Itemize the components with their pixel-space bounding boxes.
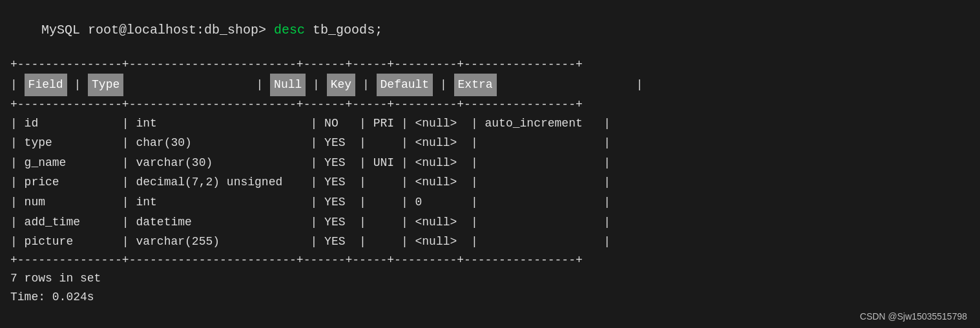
header-key: Key — [327, 74, 355, 96]
header-type: Type — [88, 74, 123, 96]
table-row: | price | decimal(7,2) unsigned | YES | … — [10, 172, 970, 192]
divider-top: +---------------+-----------------------… — [10, 56, 970, 74]
command-rest: tb_goods; — [305, 23, 382, 37]
prompt: MySQL root@localhost:db_shop> — [41, 23, 266, 37]
watermark: CSDN @Sjw15035515798 — [860, 311, 967, 322]
table-row: | g_name | varchar(30) | YES | UNI | <nu… — [10, 153, 970, 173]
table-row: | type | char(30) | YES | | <null> | | — [10, 133, 970, 153]
table-row: | num | int | YES | | 0 | | — [10, 192, 970, 212]
footer-rows: 7 rows in set — [10, 269, 970, 288]
command-line: MySQL root@localhost:db_shop> desc tb_go… — [10, 8, 970, 52]
footer-time: Time: 0.024s — [10, 288, 970, 307]
terminal-window: MySQL root@localhost:db_shop> desc tb_go… — [0, 0, 980, 328]
table-container: +---------------+-----------------------… — [10, 56, 970, 269]
header-default: Default — [377, 74, 433, 96]
data-rows: | id | int | NO | PRI | <null> | auto_in… — [10, 114, 970, 252]
header-field: Field — [25, 74, 67, 96]
table-row: | add_time | datetime | YES | | <null> |… — [10, 212, 970, 232]
command-keyword: desc — [274, 23, 305, 37]
divider-bot: +---------------+-----------------------… — [10, 252, 970, 269]
divider-mid: +---------------+-----------------------… — [10, 96, 970, 114]
header-row: | Field | Type | Null | Key | Default | … — [10, 74, 970, 96]
table-row: | picture | varchar(255) | YES | | <null… — [10, 232, 970, 252]
table-row: | id | int | NO | PRI | <null> | auto_in… — [10, 114, 970, 134]
header-extra: Extra — [454, 74, 497, 96]
header-null: Null — [270, 74, 306, 96]
